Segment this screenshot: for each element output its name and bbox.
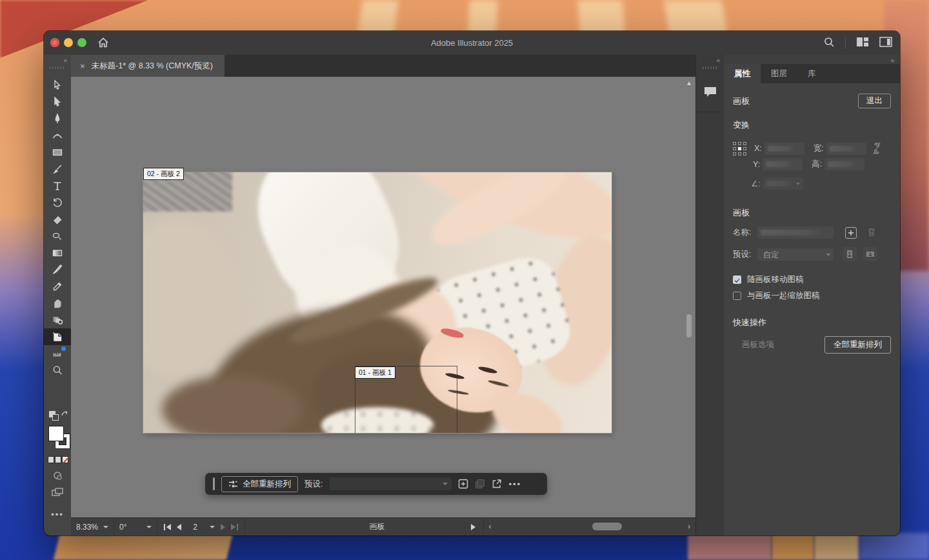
duplicate-artboard-icon[interactable] bbox=[475, 479, 485, 489]
close-tab-icon[interactable]: × bbox=[80, 61, 85, 71]
pen-tool-icon[interactable] bbox=[44, 110, 71, 127]
artboard-name-field[interactable] bbox=[757, 226, 834, 239]
document-tab[interactable]: × 未标题-1* @ 8.33 % (CMYK/预览) bbox=[71, 55, 225, 77]
canvas-area[interactable]: × 未标题-1* @ 8.33 % (CMYK/预览) bbox=[71, 55, 695, 535]
height-field[interactable] bbox=[824, 158, 864, 170]
fill-stroke-control[interactable] bbox=[44, 424, 71, 454]
delete-artboard-icon[interactable] bbox=[867, 227, 876, 239]
tab-properties[interactable]: 属性 bbox=[724, 64, 761, 83]
rotate-tool-icon[interactable] bbox=[44, 194, 71, 211]
angle-field[interactable] bbox=[763, 177, 803, 190]
artboard-header-row: 画板 退出 bbox=[733, 94, 891, 108]
dimension-tool-icon[interactable] bbox=[44, 345, 71, 362]
zoom-tool-icon[interactable] bbox=[44, 362, 71, 379]
artboard-section-heading-row: 画板 bbox=[733, 207, 891, 219]
scroll-right-icon[interactable]: › bbox=[688, 522, 690, 531]
link-dimensions-icon[interactable] bbox=[872, 139, 882, 158]
tab-layers[interactable]: 图层 bbox=[761, 64, 797, 83]
dock-grip[interactable] bbox=[703, 66, 718, 69]
scroll-left-icon[interactable]: ‹ bbox=[489, 522, 492, 531]
next-artboard-button[interactable] bbox=[221, 524, 225, 530]
shape-builder-tool-icon[interactable] bbox=[44, 312, 71, 328]
y-field[interactable] bbox=[763, 158, 803, 170]
option-move-artwork[interactable]: 随画板移动图稿 bbox=[733, 274, 891, 285]
horizontal-scroll-thumb[interactable] bbox=[592, 523, 622, 530]
preset-dropdown[interactable]: 自定 bbox=[757, 248, 834, 261]
chevron-down-icon[interactable] bbox=[210, 526, 215, 528]
collapse-panel-icon[interactable]: » bbox=[890, 57, 895, 64]
rearrange-all-button[interactable]: 全部重新排列 bbox=[221, 476, 298, 492]
eraser-tool-icon[interactable] bbox=[44, 211, 71, 228]
rotation-control[interactable]: 0° bbox=[114, 518, 157, 535]
edit-toolbar-button[interactable]: ••• bbox=[44, 506, 71, 522]
scale-tool-icon[interactable] bbox=[44, 228, 71, 245]
knife-tool-icon[interactable] bbox=[44, 261, 71, 278]
curvature-tool-icon[interactable] bbox=[44, 127, 71, 144]
comment-icon bbox=[703, 85, 717, 98]
height-label: 高: bbox=[812, 159, 822, 170]
artboard-2[interactable]: 01 - 画板 1 bbox=[143, 172, 612, 433]
landscape-orientation-button[interactable] bbox=[863, 247, 877, 261]
paintbrush-tool-icon[interactable] bbox=[44, 161, 71, 177]
checkbox-unchecked-icon[interactable] bbox=[733, 292, 741, 300]
gradient-button[interactable] bbox=[55, 456, 61, 463]
portrait-orientation-button[interactable] bbox=[843, 247, 857, 261]
bar-grip[interactable] bbox=[213, 477, 215, 490]
reference-point-grid[interactable] bbox=[733, 142, 746, 155]
horizontal-scrollbar[interactable]: ‹ › bbox=[483, 518, 695, 535]
selection-tool-icon[interactable] bbox=[44, 77, 71, 94]
titlebar[interactable]: Adobe Illustrator 2025 bbox=[44, 31, 900, 55]
tab-libraries[interactable]: 库 bbox=[797, 64, 826, 83]
more-options-icon[interactable]: ••• bbox=[508, 479, 521, 489]
comments-panel-button[interactable] bbox=[696, 72, 724, 112]
checkbox-checked-icon[interactable] bbox=[733, 275, 741, 284]
none-button[interactable] bbox=[62, 456, 68, 463]
preset-dropdown[interactable] bbox=[329, 477, 452, 490]
workspace-switcher-icon[interactable] bbox=[856, 37, 869, 50]
scroll-up-icon[interactable]: ▲ bbox=[686, 79, 692, 86]
panel-toggle-icon[interactable] bbox=[879, 37, 892, 50]
properties-panel-body: 画板 退出 变换 X: 宽: Y: bbox=[724, 83, 900, 535]
type-tool-icon[interactable] bbox=[44, 177, 71, 194]
gradient-tool-icon[interactable] bbox=[44, 245, 71, 261]
artboard-tool-icon[interactable] bbox=[44, 328, 71, 345]
color-button[interactable] bbox=[48, 456, 54, 463]
vertical-scroll-thumb[interactable] bbox=[686, 314, 692, 337]
new-artboard-button[interactable] bbox=[845, 227, 857, 239]
status-expand-button[interactable] bbox=[471, 524, 475, 530]
last-artboard-button[interactable] bbox=[231, 524, 238, 530]
artboard-options-button[interactable]: 画板选项 bbox=[733, 336, 783, 354]
zoom-level-control[interactable]: 8.33% bbox=[71, 518, 114, 535]
color-mode-buttons[interactable] bbox=[48, 456, 68, 463]
new-artboard-icon[interactable] bbox=[458, 479, 468, 489]
first-artboard-button[interactable] bbox=[164, 524, 171, 530]
eyedropper-tool-icon[interactable] bbox=[44, 278, 71, 295]
expand-tools-icon[interactable]: » bbox=[63, 57, 68, 64]
rectangle-tool-icon[interactable] bbox=[44, 144, 71, 161]
draw-mode-button[interactable] bbox=[44, 468, 71, 483]
hand-tool-icon[interactable] bbox=[44, 295, 71, 312]
tools-grip[interactable] bbox=[50, 66, 65, 69]
previous-artboard-button[interactable] bbox=[177, 524, 181, 530]
option-scale-artwork[interactable]: 与画板一起缩放图稿 bbox=[733, 290, 891, 301]
search-icon[interactable] bbox=[823, 36, 835, 50]
direct-selection-tool-icon[interactable] bbox=[44, 94, 71, 110]
rearrange-all-button[interactable]: 全部重新排列 bbox=[824, 336, 891, 354]
width-field[interactable] bbox=[826, 143, 866, 155]
artboard-number-field[interactable]: 2 bbox=[187, 523, 204, 532]
artboard-1-label[interactable]: 01 - 画板 1 bbox=[355, 366, 395, 379]
move-artwork-icon[interactable] bbox=[492, 479, 502, 489]
x-field[interactable] bbox=[764, 143, 804, 155]
artboard-section-heading: 画板 bbox=[733, 207, 750, 219]
vertical-scrollbar[interactable]: ▲ bbox=[684, 77, 694, 516]
wallpaper-band bbox=[54, 533, 233, 560]
rearrange-all-label: 全部重新排列 bbox=[243, 479, 291, 490]
expand-panels-icon[interactable]: « bbox=[716, 57, 721, 64]
exit-button[interactable]: 退出 bbox=[858, 94, 891, 108]
titlebar-separator bbox=[845, 37, 846, 49]
default-swap-colors[interactable] bbox=[44, 408, 71, 423]
screen-mode-button[interactable] bbox=[44, 485, 71, 500]
wallpaper-band bbox=[814, 533, 859, 560]
fill-color-swatch[interactable] bbox=[48, 426, 64, 441]
artboard-2-label[interactable]: 02 - 画板 2 bbox=[143, 168, 184, 180]
